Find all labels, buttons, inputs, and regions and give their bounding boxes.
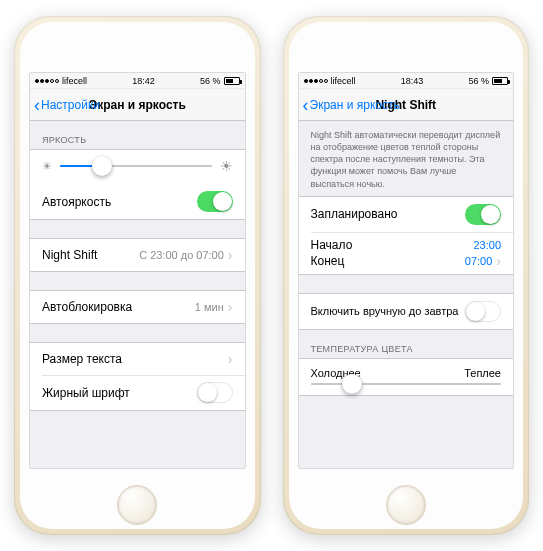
scheduled-row: Запланировано (299, 197, 514, 232)
sun-small-icon: ☀︎ (42, 160, 52, 173)
auto-lock-row[interactable]: Автоблокировка 1 мин› (30, 291, 245, 323)
chevron-right-icon: › (496, 254, 501, 268)
nav-bar: ‹ Настройки Экран и яркость (30, 89, 245, 121)
scheduled-toggle[interactable] (465, 204, 501, 225)
carrier-label: lifecell (62, 76, 87, 86)
manual-enable-toggle[interactable] (465, 301, 501, 322)
nav-bar: ‹ Экран и яркость Night Shift (299, 89, 514, 121)
scheduled-label: Запланировано (311, 207, 398, 221)
home-button[interactable] (117, 485, 157, 525)
brightness-slider[interactable] (60, 165, 212, 167)
manual-enable-label: Включить вручную до завтра (311, 305, 459, 317)
chevron-right-icon: › (228, 248, 233, 262)
night-shift-description: Night Shift автоматически переводит дисп… (299, 121, 514, 196)
auto-brightness-label: Автояркость (42, 195, 111, 209)
chevron-right-icon: › (228, 352, 233, 366)
status-bar: lifecell 18:42 56 % (30, 73, 245, 89)
phone-right: lifecell 18:43 56 % ‹ Экран и яркость Ni… (283, 16, 530, 535)
auto-brightness-row: Автояркость (30, 184, 245, 219)
clock: 18:43 (401, 76, 424, 86)
brightness-slider-row: ☀︎ ☀︎ (30, 150, 245, 184)
schedule-end-label: Конец (311, 254, 345, 268)
chevron-left-icon: ‹ (34, 96, 40, 114)
sun-large-icon: ☀︎ (220, 158, 233, 174)
bold-text-toggle[interactable] (197, 382, 233, 403)
phone-left: lifecell 18:42 56 % ‹ Настройки Экран и … (14, 16, 261, 535)
auto-brightness-toggle[interactable] (197, 191, 233, 212)
back-button[interactable]: ‹ Экран и яркость (303, 96, 400, 114)
text-size-label: Размер текста (42, 352, 122, 366)
chevron-right-icon: › (228, 300, 233, 314)
back-button[interactable]: ‹ Настройки (34, 96, 100, 114)
back-label: Экран и яркость (310, 98, 400, 112)
battery-icon (492, 77, 508, 85)
back-label: Настройки (41, 98, 100, 112)
chevron-left-icon: ‹ (303, 96, 309, 114)
screen-display-brightness: lifecell 18:42 56 % ‹ Настройки Экран и … (29, 72, 246, 469)
schedule-times-row[interactable]: Начало 23:00 Конец 07:00› (299, 232, 514, 274)
manual-enable-row: Включить вручную до завтра (299, 294, 514, 329)
bold-text-label: Жирный шрифт (42, 386, 130, 400)
carrier-label: lifecell (331, 76, 356, 86)
night-shift-row[interactable]: Night Shift С 23:00 до 07:00› (30, 239, 245, 271)
page-title: Экран и яркость (89, 98, 186, 112)
schedule-start-value: 23:00 (473, 239, 501, 251)
schedule-end-value: 07:00 (465, 255, 493, 267)
temp-warm-label: Теплее (464, 367, 501, 379)
battery-percent: 56 % (468, 76, 489, 86)
screen-night-shift: lifecell 18:43 56 % ‹ Экран и яркость Ni… (298, 72, 515, 469)
battery-icon (224, 77, 240, 85)
color-temp-slider[interactable] (311, 383, 502, 385)
home-button[interactable] (386, 485, 426, 525)
schedule-start-label: Начало (311, 238, 353, 252)
night-shift-label: Night Shift (42, 248, 97, 262)
text-size-row[interactable]: Размер текста › (30, 343, 245, 375)
clock: 18:42 (132, 76, 155, 86)
status-bar: lifecell 18:43 56 % (299, 73, 514, 89)
battery-percent: 56 % (200, 76, 221, 86)
bold-text-row: Жирный шрифт (30, 375, 245, 410)
auto-lock-label: Автоблокировка (42, 300, 132, 314)
color-temp-header: ТЕМПЕРАТУРА ЦВЕТА (299, 330, 514, 358)
brightness-header: ЯРКОСТЬ (30, 121, 245, 149)
